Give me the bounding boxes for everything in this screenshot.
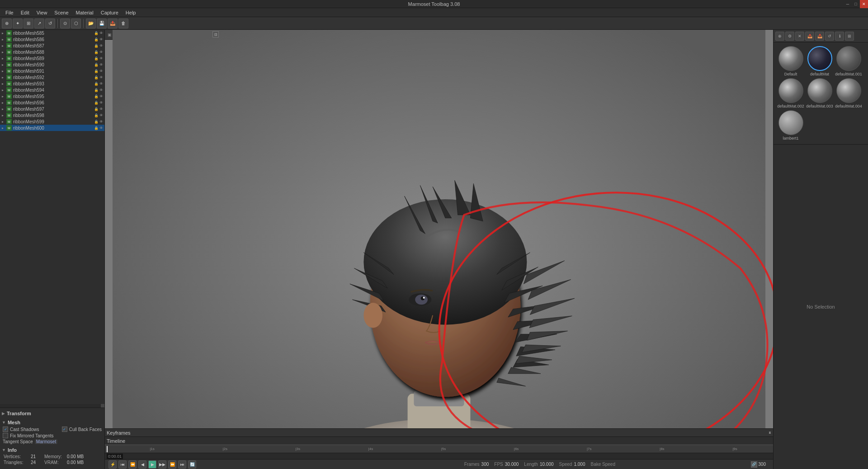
item-vis[interactable]: 👁 (99, 81, 104, 86)
play-button[interactable]: ▶ (148, 460, 156, 469)
item-lock[interactable]: 🔒 (94, 43, 99, 48)
item-vis[interactable]: 👁 (99, 75, 104, 80)
scene-item-ribbonMesh587[interactable]: ▸ M ribbonMesh587 🔒 👁 (0, 42, 104, 49)
right-grid-button[interactable]: ⊞ (845, 32, 854, 41)
scene-list[interactable]: ▸ M ribbonMesh585 🔒 👁 ▸ M ribbonMesh586 … (0, 30, 104, 404)
right-close-button[interactable]: ✕ (795, 32, 804, 41)
item-vis[interactable]: 👁 (99, 56, 104, 61)
scene-item-ribbonMesh594[interactable]: ▸ M ribbonMesh594 🔒 👁 (0, 87, 104, 93)
right-export-button[interactable]: 📤 (805, 32, 814, 41)
cast-shadows-checkbox[interactable]: ✓ (3, 427, 8, 432)
scene-item-ribbonMesh593[interactable]: ▸ M ribbonMesh593 🔒 👁 (0, 80, 104, 87)
item-vis[interactable]: 👁 (99, 113, 104, 117)
material-item-default[interactable]: Default (777, 46, 804, 76)
transform-header[interactable]: ▶ Transform (2, 410, 103, 417)
right-add-button[interactable]: ⊕ (775, 32, 784, 41)
item-lock[interactable]: 🔒 (94, 88, 99, 92)
material-item-defaultmat001[interactable]: defaultMat.001 (835, 46, 862, 76)
item-vis[interactable]: 👁 (99, 62, 104, 67)
play-fwd-button[interactable]: ▶▶ (158, 460, 166, 469)
item-lock[interactable]: 🔒 (94, 100, 99, 105)
close-button[interactable]: ✕ (860, 0, 868, 8)
next-frame-button[interactable]: ⏩ (168, 460, 176, 469)
mesh-header[interactable]: ▼ Mesh (2, 419, 103, 426)
toolbar-save[interactable]: 💾 (97, 19, 107, 28)
item-vis[interactable]: 👁 (99, 43, 104, 48)
item-lock[interactable]: 🔒 (94, 81, 99, 86)
toolbar-hex[interactable]: ⬡ (71, 19, 81, 28)
toolbar-export[interactable]: 📤 (108, 19, 118, 28)
menu-view[interactable]: View (33, 9, 51, 16)
scene-item-ribbonMesh598[interactable]: ▸ M ribbonMesh598 🔒 👁 (0, 112, 104, 118)
cull-back-checkbox[interactable]: ✓ (62, 427, 67, 432)
toolbar-rotate[interactable]: ↺ (45, 19, 55, 28)
item-lock[interactable]: 🔒 (94, 126, 99, 130)
scene-item-ribbonMesh596[interactable]: ▸ M ribbonMesh596 🔒 👁 (0, 99, 104, 106)
toolbar-new[interactable]: ⊕ (2, 19, 12, 28)
item-vis[interactable]: 👁 (99, 126, 104, 130)
scene-item-ribbonMesh599[interactable]: ▸ M ribbonMesh599 🔒 👁 (0, 118, 104, 125)
toolbar-move[interactable]: ↗ (34, 19, 44, 28)
scene-item-ribbonMesh600[interactable]: ▸ M ribbonMesh600 🔒 👁 (0, 125, 104, 131)
item-vis[interactable]: 👁 (99, 50, 104, 54)
prev-frame-button[interactable]: ⏪ (128, 460, 137, 469)
toolbar-open[interactable]: 📂 (86, 19, 96, 28)
scene-item-ribbonMesh591[interactable]: ▸ M ribbonMesh591 🔒 👁 (0, 68, 104, 74)
minimize-button[interactable]: ─ (844, 0, 852, 8)
toolbar-sphere[interactable]: ⊙ (60, 19, 70, 28)
scene-item-ribbonMesh595[interactable]: ▸ M ribbonMesh595 🔒 👁 (0, 93, 104, 99)
item-lock[interactable]: 🔒 (94, 37, 99, 42)
material-item-defaultmat003[interactable]: defaultMat.003 (806, 78, 833, 108)
item-lock[interactable]: 🔒 (94, 56, 99, 61)
menu-capture[interactable]: Capture (97, 9, 122, 16)
fix-mirrored-checkbox[interactable] (3, 433, 8, 438)
toolbar-light[interactable]: ✦ (13, 19, 23, 28)
item-lock[interactable]: 🔒 (94, 94, 99, 98)
item-vis[interactable]: 👁 (99, 94, 104, 98)
item-lock[interactable]: 🔒 (94, 113, 99, 117)
info-header[interactable]: ▼ Info (2, 446, 103, 454)
item-vis[interactable]: 👁 (99, 100, 104, 105)
item-lock[interactable]: 🔒 (94, 50, 99, 54)
loop-button[interactable]: 🔄 (188, 460, 196, 469)
item-lock[interactable]: 🔒 (94, 69, 99, 73)
menu-help[interactable]: Help (122, 9, 140, 16)
right-info-button[interactable]: ℹ (835, 32, 844, 41)
toolbar-delete[interactable]: 🗑 (118, 19, 128, 28)
timeline-expand[interactable]: ▼ (767, 429, 773, 436)
timeline-content[interactable] (105, 453, 773, 459)
item-lock[interactable]: 🔒 (94, 119, 99, 124)
skip-end-button[interactable]: ⏭ (178, 460, 186, 469)
menu-file[interactable]: File (2, 9, 17, 16)
right-import-button[interactable]: 📥 (815, 32, 824, 41)
item-vis[interactable]: 👁 (99, 69, 104, 73)
tangent-space-value[interactable]: Marmoset (35, 439, 57, 444)
play-rev-button[interactable]: ◀ (138, 460, 146, 469)
capture-mode-button[interactable]: ⊡ (212, 31, 219, 38)
item-lock[interactable]: 🔒 (94, 62, 99, 67)
scene-item-ribbonMesh592[interactable]: ▸ M ribbonMesh592 🔒 👁 (0, 74, 104, 80)
skip-start-button[interactable]: ⏮ (118, 460, 127, 469)
item-lock[interactable]: 🔒 (94, 31, 99, 35)
menu-edit[interactable]: Edit (17, 9, 33, 16)
item-vis[interactable]: 👁 (99, 119, 104, 124)
material-item-defaultmat004[interactable]: defaultMat.004 (835, 78, 862, 108)
material-item-defaultmat002[interactable]: defaultMat.002 (777, 78, 804, 108)
material-item-defaultmat[interactable]: defaultMat (806, 46, 833, 76)
scene-item-ribbonMesh590[interactable]: ▸ M ribbonMesh590 🔒 👁 (0, 61, 104, 68)
item-vis[interactable]: 👁 (99, 31, 104, 35)
menu-material[interactable]: Material (72, 9, 97, 16)
item-lock[interactable]: 🔒 (94, 75, 99, 80)
pose-button[interactable]: ⚡ (108, 460, 117, 469)
scene-item-ribbonMesh589[interactable]: ▸ M ribbonMesh589 🔒 👁 (0, 55, 104, 61)
scene-item-ribbonMesh585[interactable]: ▸ M ribbonMesh585 🔒 👁 (0, 30, 104, 36)
menu-scene[interactable]: Scene (51, 9, 72, 16)
toolbar-grid[interactable]: ⊞ (24, 19, 33, 28)
item-vis[interactable]: 👁 (99, 88, 104, 92)
viewport[interactable]: ▣ Main Camera ▾ ⊡ (105, 30, 773, 469)
scene-item-ribbonMesh597[interactable]: ▸ M ribbonMesh597 🔒 👁 (0, 106, 104, 112)
scene-item-ribbonMesh586[interactable]: ▸ M ribbonMesh586 🔒 👁 (0, 36, 104, 42)
right-settings-button[interactable]: ⚙ (785, 32, 794, 41)
item-vis[interactable]: 👁 (99, 37, 104, 42)
scene-item-ribbonMesh588[interactable]: ▸ M ribbonMesh588 🔒 👁 (0, 49, 104, 55)
